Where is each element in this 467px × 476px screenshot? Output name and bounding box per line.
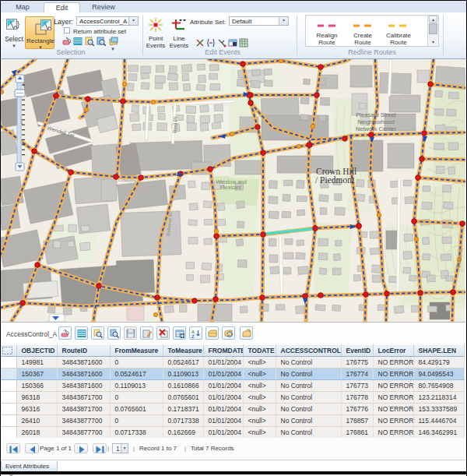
svg-text:Pleasant: Pleasant (219, 185, 241, 190)
svg-text:Crownins: Crownins (118, 178, 136, 183)
svg-text:/ Piedmont: / Piedmont (315, 175, 355, 185)
svg-text:Neighborhood: Neighborhood (357, 118, 394, 125)
svg-text:Z: Z (191, 334, 195, 339)
svg-text:Winslow and: Winslow and (216, 179, 247, 185)
svg-text:}: } (17, 19, 20, 29)
svg-text:Pleasant Street: Pleasant Street (356, 111, 396, 118)
svg-text:Red Pl: Red Pl (172, 116, 178, 133)
svg-text:Network Center: Network Center (356, 125, 397, 132)
